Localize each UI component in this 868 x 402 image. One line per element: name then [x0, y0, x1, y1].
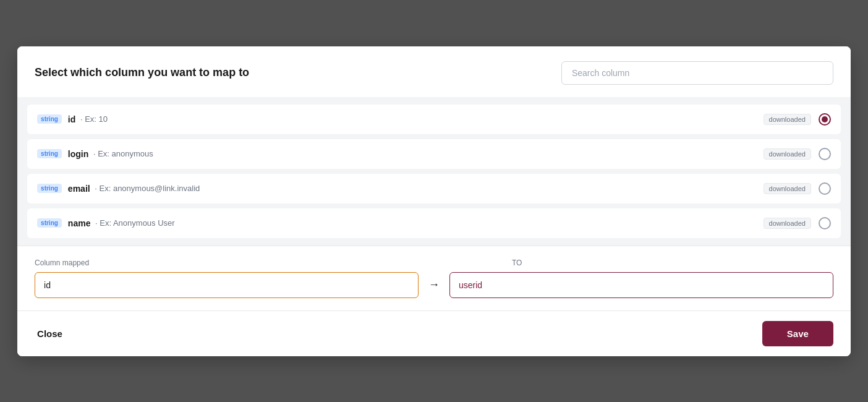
column-example: · Ex: anonymous: [91, 149, 153, 158]
type-badge: string: [37, 184, 62, 193]
column-name: login: [68, 149, 88, 159]
column-example: · Ex: anonymous@link.invalid: [93, 184, 200, 193]
mapping-row: →: [35, 272, 833, 298]
type-badge: string: [37, 114, 62, 124]
modal-title: Select which column you want to map to: [35, 66, 249, 79]
downloaded-badge: downloaded: [764, 148, 811, 160]
save-button[interactable]: Save: [762, 321, 833, 346]
modal-header: Select which column you want to map to: [17, 46, 851, 97]
column-mapped-input[interactable]: [35, 272, 419, 298]
column-map-modal: Select which column you want to map to s…: [17, 46, 851, 356]
column-item[interactable]: string login · Ex: anonymous downloaded: [27, 139, 841, 169]
column-item-right: downloaded: [764, 148, 831, 160]
column-item[interactable]: string name · Ex: Anonymous User downloa…: [27, 208, 841, 238]
type-badge: string: [37, 218, 62, 228]
radio-button[interactable]: [819, 113, 831, 126]
to-input[interactable]: [449, 272, 833, 298]
radio-button[interactable]: [819, 217, 831, 229]
type-badge: string: [37, 149, 62, 158]
modal-overlay: Select which column you want to map to s…: [0, 0, 868, 402]
column-item-right: downloaded: [764, 113, 831, 126]
close-button[interactable]: Close: [35, 323, 65, 344]
downloaded-badge: downloaded: [764, 183, 811, 194]
column-item-right: downloaded: [764, 182, 831, 195]
downloaded-badge: downloaded: [764, 218, 811, 229]
modal-footer: Close Save: [17, 310, 851, 356]
radio-button[interactable]: [819, 182, 831, 195]
mapping-labels: Column mapped TO: [35, 259, 833, 267]
column-name: id: [68, 114, 75, 124]
column-mapped-label: Column mapped: [35, 259, 89, 267]
arrow-icon: →: [428, 278, 440, 291]
column-item[interactable]: string id · Ex: 10 downloaded: [27, 105, 841, 134]
radio-button[interactable]: [819, 148, 831, 160]
downloaded-badge: downloaded: [764, 114, 811, 125]
column-name: email: [68, 184, 90, 194]
mapping-section: Column mapped TO →: [17, 246, 851, 310]
search-input[interactable]: [561, 61, 833, 85]
column-example: · Ex: 10: [78, 114, 108, 124]
search-wrapper: [561, 61, 833, 85]
column-name: name: [68, 218, 91, 228]
column-example: · Ex: Anonymous User: [93, 218, 174, 228]
column-item-right: downloaded: [764, 217, 831, 229]
column-item[interactable]: string email · Ex: anonymous@link.invali…: [27, 174, 841, 203]
column-list: string id · Ex: 10 downloaded string log…: [17, 97, 851, 246]
to-label: TO: [512, 259, 833, 267]
